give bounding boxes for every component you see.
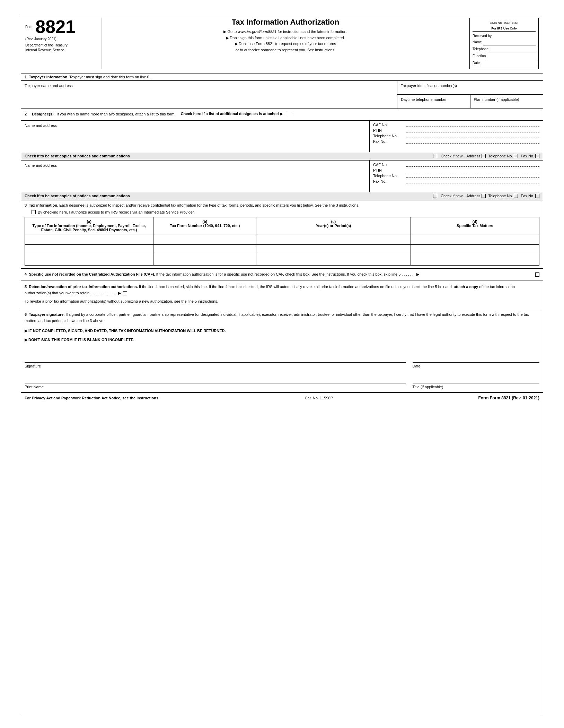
table-row	[25, 234, 539, 245]
designee2-fax-field: Fax No.	[373, 179, 539, 183]
dept-line1: Department of the Treasury	[25, 43, 98, 48]
section5-checkbox[interactable]	[123, 291, 127, 295]
title-field: Title (if applicable)	[413, 373, 540, 389]
check-notices-box1[interactable]	[433, 154, 437, 158]
section5-desc3: To revoke a prior tax information author…	[25, 298, 539, 305]
omb-number: OMB No. 1545-1165	[473, 20, 536, 26]
designee2-telephone-field: Telephone No.	[373, 174, 539, 178]
check-new-address2: Address	[466, 194, 485, 198]
taxpayer-id-label: Taxpayer identification number(s)	[401, 84, 539, 88]
table-cell-b1	[153, 234, 256, 245]
instruction2: ▶ Don't sign this form unless all applic…	[108, 35, 462, 41]
check-additional-box[interactable]	[288, 112, 292, 116]
designee1-grid: Name and address CAF No. PTIN Telephone …	[21, 120, 543, 152]
section6-description: If signed by a corporate officer, partne…	[25, 312, 529, 323]
section2: 2 Designee(s). If you wish to name more …	[21, 109, 543, 200]
section5: 5 Retention/revocation of prior tax info…	[21, 280, 543, 308]
form-number: 8821	[35, 18, 76, 36]
section5-attach: attach a copy	[454, 285, 478, 289]
section3-description: Each designee is authorized to inspect a…	[59, 203, 359, 207]
check-new-address1: Address	[466, 154, 485, 158]
table-row	[25, 245, 539, 255]
print-name-label: Print Name	[25, 385, 406, 389]
check-notices-label1: Check if to be sent copies of notices an…	[25, 154, 430, 158]
section3-content: 3 Tax information. Each designee is auth…	[21, 200, 543, 268]
section1-description: Taxpayer must sign and date this form on…	[69, 75, 150, 79]
phone-plan-row: Daytime telephone number Plan number (if…	[397, 95, 543, 108]
rev-date: (Rev. January 2021)	[25, 37, 98, 41]
table-cell-a1	[25, 234, 153, 245]
designee1-caf-field: CAF No.	[373, 123, 539, 127]
new-address-box1[interactable]	[482, 154, 486, 158]
table-row	[25, 255, 539, 266]
new-address-box2[interactable]	[482, 194, 486, 198]
section2-content: 2 Designee(s). If you wish to name more …	[21, 109, 543, 120]
designee2-caf-field: CAF No.	[373, 163, 539, 167]
section1-right: Taxpayer identification number(s) Daytim…	[397, 81, 543, 109]
intermediate-checkbox[interactable]	[32, 210, 36, 214]
new-telephone-box2[interactable]	[514, 194, 518, 198]
check-if-new-label2: Check if new:	[441, 194, 464, 198]
section5-desc1: If the line 4 box is checked, skip this …	[139, 285, 452, 289]
section3: 3 Tax information. Each designee is auth…	[21, 200, 543, 269]
check-if-new-label1: Check if new:	[441, 154, 464, 158]
instruction3: ▶ Don't use Form 8821 to request copies …	[108, 41, 462, 53]
new-telephone-box1[interactable]	[514, 154, 518, 158]
check-notices-row2: Check if to be sent copies of notices an…	[21, 192, 543, 200]
designee1-right: CAF No. PTIN Telephone No. Fax No.	[370, 121, 543, 152]
col-d-header: (d) Specific Tax Matters	[411, 217, 539, 234]
section4-title: Specific use not recorded on the Central…	[29, 272, 155, 276]
privacy-notice: For Privacy Act and Paperwork Reduction …	[25, 396, 159, 400]
check-new-telephone2: Telephone No.	[488, 194, 518, 198]
col-b-header: (b) Tax Form Number (1040, 941, 720, etc…	[153, 217, 256, 234]
form-header: Form 8821 (Rev. January 2021) Department…	[21, 14, 543, 73]
designee2-name-address-label: Name and address	[25, 163, 366, 167]
dept-info: Department of the Treasury Internal Reve…	[25, 43, 98, 53]
tax-table-header-row: (a) Type of Tax Information (Income, Emp…	[25, 217, 539, 234]
new-fax-box2[interactable]	[535, 194, 539, 198]
designee1-ptin-label: PTIN	[373, 128, 404, 132]
designee2-fax-label: Fax No.	[373, 179, 404, 183]
designee1-telephone-field: Telephone No.	[373, 134, 539, 138]
section1-header: 1 Taxpayer information. Taxpayer must si…	[21, 73, 543, 81]
section6-warning1: ▶ IF NOT COMPLETED, SIGNED, AND DATED, T…	[25, 328, 539, 334]
form-label: Form	[25, 25, 33, 29]
check-new-section2: Check if new: Address Telephone No. Fax …	[441, 194, 539, 198]
designee1-name-address-label: Name and address	[25, 123, 366, 128]
section6-content: 6 Taxpayer signature. If signed by a cor…	[21, 308, 543, 346]
designee1-telephone-label: Telephone No.	[373, 134, 404, 138]
table-cell-d3	[411, 255, 539, 266]
table-cell-c3	[256, 255, 411, 266]
section2-number: 2	[25, 112, 27, 116]
daytime-phone-label: Daytime telephone number	[401, 97, 467, 102]
section5-content: 5 Retention/revocation of prior tax info…	[21, 280, 543, 308]
check-new-fax2: Fax No.	[521, 194, 539, 198]
intermediate-text: By checking here, I authorize access to …	[38, 210, 195, 214]
received-by-label: Received by:	[473, 33, 536, 39]
check-notices-box2[interactable]	[433, 194, 437, 198]
section5-number: 5	[25, 285, 27, 289]
check-new-section1: Check if new: Address Telephone No. Fax …	[441, 154, 539, 158]
section1-grid: Taxpayer name and address Taxpayer ident…	[21, 81, 543, 109]
cat-number: Cat. No. 11596P	[305, 396, 333, 400]
table-cell-d1	[411, 234, 539, 245]
instruction1: ▶ Go to www.irs.gov/Form8821 for instruc…	[108, 29, 462, 35]
table-cell-b3	[153, 255, 256, 266]
section6-header-row: 6 Taxpayer signature. If signed by a cor…	[25, 312, 539, 324]
section6: 6 Taxpayer signature. If signed by a cor…	[21, 308, 543, 392]
form-footer: For Privacy Act and Paperwork Reduction …	[21, 392, 543, 403]
plan-number-field: Plan number (if applicable)	[470, 95, 543, 108]
check-additional-text: Check here if a list of additional desig…	[181, 112, 283, 116]
signature-area: Signature Date Print Name Title (if appl…	[21, 347, 543, 392]
tax-info-table: (a) Type of Tax Information (Income, Emp…	[25, 217, 539, 266]
section4-number: 4	[25, 272, 27, 276]
irs-date-field: Date	[473, 60, 536, 66]
signature-field: Signature	[25, 352, 406, 368]
for-irs-label: For IRS Use Only	[473, 26, 536, 32]
section4-checkbox[interactable]	[535, 272, 539, 277]
section4-text: 4 Specific use not recorded on the Centr…	[25, 272, 532, 277]
form-title: Tax Information Authorization	[108, 18, 462, 27]
new-fax-box1[interactable]	[535, 154, 539, 158]
section4-dots: . . . . . . . ▶	[402, 272, 419, 276]
section1-number: 1	[25, 75, 27, 79]
